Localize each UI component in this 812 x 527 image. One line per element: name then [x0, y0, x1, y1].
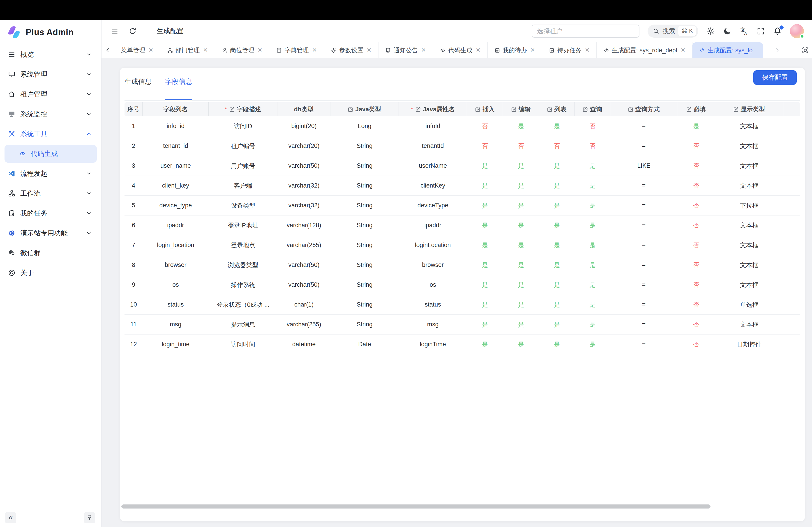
cell-display[interactable]: 文本框 — [715, 255, 783, 275]
cell-query[interactable]: 是 — [575, 196, 610, 215]
cell-queryType[interactable]: = — [610, 255, 677, 275]
cell-desc[interactable]: 登录地点 — [209, 235, 277, 255]
cell-query[interactable]: 否 — [575, 136, 610, 156]
page-tab-字典管理[interactable]: 字典管理✕ — [269, 42, 324, 58]
cell-edit[interactable]: 是 — [503, 235, 539, 255]
cell-javaProp[interactable]: tenantId — [399, 136, 467, 156]
sidebar-item-我的任务[interactable]: 我的任务 — [0, 203, 101, 223]
cell-javaType[interactable]: String — [331, 255, 399, 275]
cell-queryType[interactable]: = — [610, 196, 677, 215]
cell-insert[interactable]: 是 — [467, 215, 503, 235]
cell-required[interactable]: 否 — [677, 136, 715, 156]
cell-javaProp[interactable]: clientKey — [399, 176, 467, 196]
fullscreen-icon[interactable] — [756, 27, 765, 35]
cell-list[interactable]: 是 — [539, 116, 575, 136]
sidebar-item-系统工具[interactable]: 系统工具 — [0, 124, 101, 144]
tabs-scroll-left-button[interactable] — [102, 42, 114, 58]
tab-close-icon[interactable]: ✕ — [585, 47, 590, 54]
tab-close-icon[interactable]: ✕ — [366, 47, 372, 54]
cell-display[interactable]: 文本框 — [715, 156, 783, 176]
page-tab-生成配置: sys_lo[interactable]: 生成配置: sys_lo — [693, 42, 763, 58]
cell-query[interactable]: 否 — [575, 116, 610, 136]
cell-queryType[interactable]: = — [610, 334, 677, 354]
cell-insert[interactable]: 是 — [467, 295, 503, 315]
cell-list[interactable]: 是 — [539, 275, 575, 295]
cell-javaType[interactable]: Date — [331, 334, 399, 354]
cell-queryType[interactable]: = — [610, 176, 677, 196]
cell-edit[interactable]: 是 — [503, 196, 539, 215]
cell-list[interactable]: 是 — [539, 156, 575, 176]
cell-desc[interactable]: 浏览器类型 — [209, 255, 277, 275]
cell-queryType[interactable]: = — [610, 116, 677, 136]
cell-list[interactable]: 否 — [539, 136, 575, 156]
cell-display[interactable]: 文本框 — [715, 235, 783, 255]
page-tab-参数设置[interactable]: 参数设置✕ — [324, 42, 378, 58]
cell-display[interactable]: 文本框 — [715, 176, 783, 196]
cell-desc[interactable]: 提示消息 — [209, 315, 277, 334]
cell-required[interactable]: 否 — [677, 235, 715, 255]
cell-display[interactable]: 文本框 — [715, 136, 783, 156]
cell-javaType[interactable]: String — [331, 176, 399, 196]
sidebar-item-系统监控[interactable]: 系统监控 — [0, 104, 101, 124]
tab-close-icon[interactable]: ✕ — [476, 47, 481, 54]
cell-required[interactable]: 否 — [677, 334, 715, 354]
page-tab-我的待办[interactable]: 我的待办✕ — [488, 42, 542, 58]
cell-list[interactable]: 是 — [539, 315, 575, 334]
cell-insert[interactable]: 是 — [467, 334, 503, 354]
cell-edit[interactable]: 是 — [503, 215, 539, 235]
hamburger-menu-icon[interactable] — [111, 27, 119, 35]
sidebar-item-微信群[interactable]: 微信群 — [0, 243, 101, 263]
cell-javaProp[interactable]: os — [399, 275, 467, 295]
cell-edit[interactable]: 是 — [503, 255, 539, 275]
cell-required[interactable]: 否 — [677, 295, 715, 315]
cell-javaType[interactable]: String — [331, 156, 399, 176]
cell-queryType[interactable]: LIKE — [610, 156, 677, 176]
tab-close-icon[interactable]: ✕ — [203, 47, 208, 54]
cell-query[interactable]: 是 — [575, 176, 610, 196]
cell-query[interactable]: 是 — [575, 255, 610, 275]
cell-insert[interactable]: 是 — [467, 255, 503, 275]
sidebar-item-工作流[interactable]: 工作流 — [0, 183, 101, 203]
cell-edit[interactable]: 是 — [503, 275, 539, 295]
cell-edit[interactable]: 是 — [503, 156, 539, 176]
cell-query[interactable]: 是 — [575, 156, 610, 176]
page-tab-代码生成[interactable]: 代码生成✕ — [433, 42, 488, 58]
cell-edit[interactable]: 是 — [503, 315, 539, 334]
page-tab-待办任务[interactable]: 待办任务✕ — [542, 42, 597, 58]
cell-javaType[interactable]: String — [331, 295, 399, 315]
settings-gear-icon[interactable] — [707, 27, 715, 35]
cell-javaType[interactable]: String — [331, 136, 399, 156]
cell-list[interactable]: 是 — [539, 215, 575, 235]
cell-list[interactable]: 是 — [539, 235, 575, 255]
refresh-icon[interactable] — [129, 27, 137, 35]
cell-javaType[interactable]: String — [331, 315, 399, 334]
dark-mode-moon-icon[interactable] — [723, 27, 732, 35]
tab-close-icon[interactable]: ✕ — [530, 47, 535, 54]
cell-queryType[interactable]: = — [610, 315, 677, 334]
user-avatar[interactable] — [790, 24, 804, 38]
cell-desc[interactable]: 登录IP地址 — [209, 215, 277, 235]
cell-javaType[interactable]: String — [331, 215, 399, 235]
cell-queryType[interactable]: = — [610, 295, 677, 315]
cell-javaProp[interactable]: browser — [399, 255, 467, 275]
cell-desc[interactable]: 客户端 — [209, 176, 277, 196]
cell-query[interactable]: 是 — [575, 235, 610, 255]
cell-javaType[interactable]: String — [331, 196, 399, 215]
cell-edit[interactable]: 否 — [503, 136, 539, 156]
cell-javaProp[interactable]: loginTime — [399, 334, 467, 354]
page-tab-生成配置: sys_role_dept[interactable]: 生成配置: sys_role_dept✕ — [597, 42, 693, 58]
tabs-dropdown-button[interactable] — [784, 42, 798, 58]
notifications-bell-icon[interactable] — [773, 27, 782, 35]
cell-required[interactable]: 是 — [677, 116, 715, 136]
cell-javaProp[interactable]: ipaddr — [399, 215, 467, 235]
cell-insert[interactable]: 是 — [467, 235, 503, 255]
cell-display[interactable]: 文本框 — [715, 315, 783, 334]
cell-display[interactable]: 文本框 — [715, 215, 783, 235]
cell-list[interactable]: 是 — [539, 334, 575, 354]
cell-edit[interactable]: 是 — [503, 116, 539, 136]
cell-javaProp[interactable]: deviceType — [399, 196, 467, 215]
cell-javaProp[interactable]: loginLocation — [399, 235, 467, 255]
cell-required[interactable]: 否 — [677, 315, 715, 334]
tab-close-icon[interactable]: ✕ — [421, 47, 426, 54]
cell-javaProp[interactable]: userName — [399, 156, 467, 176]
